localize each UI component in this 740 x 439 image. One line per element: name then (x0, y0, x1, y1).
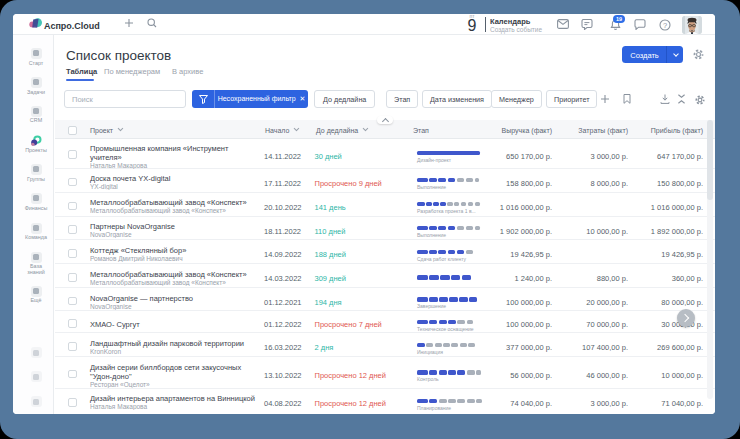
svg-text:?: ? (663, 21, 667, 30)
